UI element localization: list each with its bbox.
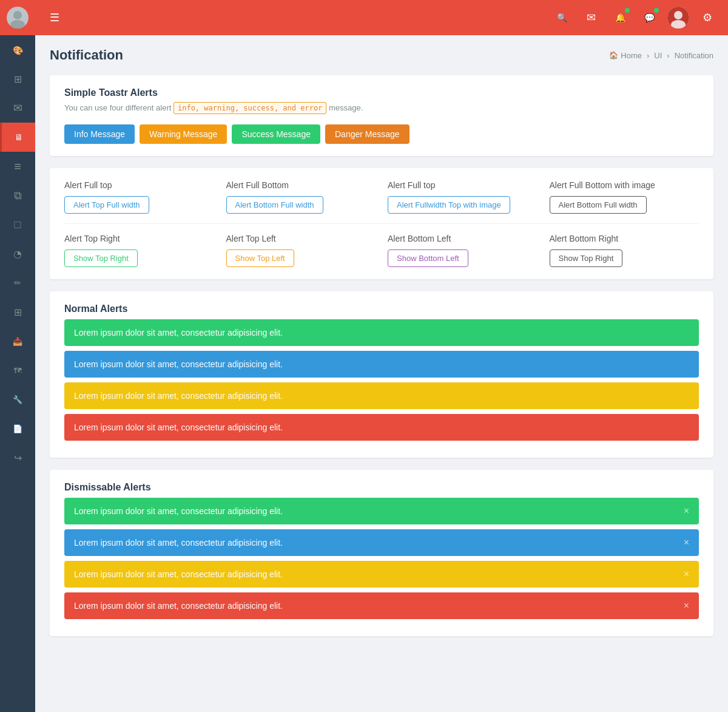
dismiss-red-button[interactable]: × [684,601,689,611]
sidebar-item-file[interactable]: 📄 [0,414,35,443]
sidebar-item-edit[interactable]: ✏ [0,268,35,297]
normal-alert-blue-text: Lorem ipsum dolor sit amet, consectetur … [74,359,283,369]
alert-cell-full-top-2: Alert Full top Alert Fullwidth Top with … [388,180,538,214]
sidebar-item-grid[interactable]: ⊞ [0,64,35,93]
sidebar-avatar [0,0,35,35]
sidebar-item-square[interactable]: □ [0,210,35,239]
alert-cell-full-top-1: Alert Full top Alert Top Full width [64,180,214,214]
sidebar-item-palette[interactable] [0,35,35,64]
mail-badge [597,7,602,12]
svg-point-3 [674,11,682,19]
mail-icon[interactable]: ✉ [580,7,602,29]
palette-icon [13,44,23,56]
alert-cell-top-left: Alert Top Left Show Top Left [226,234,376,267]
show-top-right-button-1[interactable]: Show Top Right [64,249,138,267]
simple-toastr-title: Simple Toastr Alerts [64,87,699,98]
sidebar-item-mail[interactable]: ✉ [0,93,35,123]
svg-point-1 [10,20,25,29]
map-icon: 🗺 [14,366,22,375]
table-icon: ⊞ [14,307,22,318]
navbar: ☰ 🔍 ✉ 🔔 💬 ⚙ [35,0,728,35]
sidebar-item-list[interactable]: ≡ [0,152,35,181]
success-message-button[interactable]: Success Message [232,124,320,144]
svg-point-0 [13,11,22,19]
share-icon: ↪ [14,452,22,464]
chat-icon[interactable]: 💬 [638,7,660,29]
info-message-button[interactable]: Info Message [64,124,135,144]
alert-types-code: info, warning, success, and error [174,102,326,114]
home-icon: 🏠 [609,51,618,59]
alert-bottom-full-width-image-button[interactable]: Alert Bottom Full width [550,196,647,214]
normal-alert-yellow-text: Lorem ipsum dolor sit amet, consectetur … [74,391,283,401]
sidebar-item-copy[interactable]: ⧉ [0,181,35,210]
grid-icon: ⊞ [14,73,22,85]
copy-icon: ⧉ [14,189,22,202]
inbox-icon: 📥 [13,337,22,346]
normal-alert-yellow: Lorem ipsum dolor sit amet, consectetur … [64,382,699,409]
square-icon: □ [15,219,21,231]
normal-alerts-title: Normal Alerts [64,303,699,314]
alert-positions-top-card: Alert Full top Alert Top Full width Aler… [50,168,713,279]
warning-message-button[interactable]: Warning Message [140,124,227,144]
alert-cell-full-bottom-image: Alert Full Bottom with image Alert Botto… [550,180,699,214]
alert-full-top-1-title: Alert Full top [64,180,214,190]
dismiss-yellow-button[interactable]: × [684,569,689,579]
alert-top-grid: Alert Full top Alert Top Full width Aler… [64,180,699,214]
dismissable-alert-yellow: Lorem ipsum dolor sit amet, consectetur … [64,561,699,588]
alert-cell-top-right: Alert Top Right Show Top Right [64,234,214,267]
dismiss-green-button[interactable]: × [684,506,689,516]
dismissable-alert-blue-text: Lorem ipsum dolor sit amet, consectetur … [74,538,283,548]
notification-badge [625,8,630,13]
sidebar-item-wrench[interactable]: 🔧 [0,385,35,414]
avatar[interactable] [7,7,29,29]
pie-icon: ◔ [13,248,22,260]
show-top-left-button[interactable]: Show Top Left [226,249,294,267]
normal-alert-red-text: Lorem ipsum dolor sit amet, consectetur … [74,422,283,432]
page-title: Notification [50,47,123,63]
simple-toastr-card: Simple Toastr Alerts You can use four di… [50,75,713,156]
show-bottom-left-button[interactable]: Show Bottom Left [388,249,468,267]
alert-top-full-width-button[interactable]: Alert Top Full width [64,196,149,214]
alert-fullwidth-top-image-button[interactable]: Alert Fullwidth Top with image [388,196,510,214]
list-icon: ≡ [14,160,21,174]
search-icon[interactable]: 🔍 [551,7,573,29]
alert-cell-full-bottom: Alert Full Bottom Alert Bottom Full widt… [226,180,376,214]
normal-alert-green-text: Lorem ipsum dolor sit amet, consectetur … [74,328,283,337]
dismissable-alerts-card: Dismissable Alerts Lorem ipsum dolor sit… [50,470,713,636]
breadcrumb-current: Notification [675,51,713,60]
sidebar-item-inbox[interactable]: 📥 [0,327,35,356]
dismissable-alert-red-text: Lorem ipsum dolor sit amet, consectetur … [74,601,283,611]
alert-bottom-full-width-button[interactable]: Alert Bottom Full width [226,196,323,214]
edit-icon: ✏ [14,278,21,288]
sidebar-item-map[interactable]: 🗺 [0,356,35,385]
breadcrumb-home[interactable]: Home [621,51,642,60]
page-header: Notification 🏠 Home › UI › Notification [50,47,713,63]
settings-icon[interactable]: ⚙ [696,7,718,29]
main-wrapper: ☰ 🔍 ✉ 🔔 💬 ⚙ Notification [35,0,728,712]
mail-icon: ✉ [13,101,22,115]
alert-bottom-left-title: Alert Bottom Left [388,234,538,243]
simple-toastr-subtitle: You can use four different alert info, w… [64,103,699,112]
breadcrumb-ui[interactable]: UI [654,51,662,60]
bell-icon[interactable]: 🔔 [609,7,631,29]
sidebar: ⊞ ✉ 🖥 ≡ ⧉ □ ◔ ✏ ⊞ 📥 🗺 🔧 📄 ↪ [0,0,35,712]
dismiss-blue-button[interactable]: × [684,538,689,548]
dismissable-alert-yellow-text: Lorem ipsum dolor sit amet, consectetur … [74,569,283,579]
sidebar-item-table[interactable]: ⊞ [0,297,35,327]
alert-full-bottom-image-title: Alert Full Bottom with image [550,180,699,190]
sidebar-item-pie[interactable]: ◔ [0,239,35,268]
hamburger-icon[interactable]: ☰ [45,8,64,27]
normal-alert-red: Lorem ipsum dolor sit amet, consectetur … [64,414,699,441]
sidebar-item-share[interactable]: ↪ [0,443,35,472]
sidebar-item-monitor[interactable]: 🖥 [0,123,35,152]
user-avatar[interactable] [667,7,689,29]
alert-cell-bottom-left: Alert Bottom Left Show Bottom Left [388,234,538,267]
danger-message-button[interactable]: Danger Message [325,124,410,144]
alert-top-right-title: Alert Top Right [64,234,214,243]
alert-bottom-right-title: Alert Bottom Right [550,234,699,243]
show-top-right-button-2[interactable]: Show Top Right [550,249,623,267]
alert-full-top-2-title: Alert Full top [388,180,538,190]
normal-alerts-card: Normal Alerts Lorem ipsum dolor sit amet… [50,291,713,458]
toast-buttons-group: Info Message Warning Message Success Mes… [64,124,699,144]
dismissable-alert-blue: Lorem ipsum dolor sit amet, consectetur … [64,529,699,556]
